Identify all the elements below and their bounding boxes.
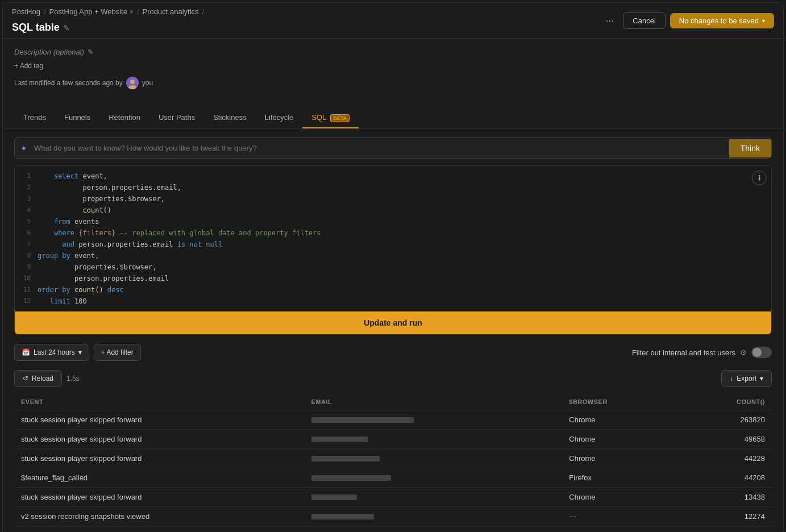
description-row: Description (optional) ✎ [14, 48, 772, 56]
code-line-6: 6 where {filters} -- replaced with globa… [15, 227, 771, 239]
count-cell: 12274 [691, 507, 772, 526]
tab-user-paths[interactable]: User Paths [149, 107, 204, 128]
email-bar-fill [311, 417, 414, 423]
reload-label: Reload [32, 375, 53, 383]
email-bar-fill [311, 475, 391, 481]
description-label: Description (optional) [14, 48, 84, 56]
calendar-icon: 📅 [22, 348, 30, 356]
email-bar-fill [311, 494, 357, 500]
code-line-5: 5 from events [15, 216, 771, 227]
table-row: stuck session player skipped forward Chr… [14, 449, 772, 468]
cancel-button[interactable]: Cancel [623, 13, 665, 29]
table-row: v2 session recording snapshots viewed — … [14, 507, 772, 526]
modified-row: Last modified a few seconds ago by you [14, 77, 772, 89]
tab-stickiness[interactable]: Stickiness [204, 107, 256, 128]
email-bar [311, 494, 556, 500]
email-cell [305, 410, 563, 430]
event-cell: stuck session player skipped forward [14, 449, 305, 468]
description-edit-icon[interactable]: ✎ [88, 48, 94, 56]
code-line-9: 9 properties.$browser, [15, 261, 771, 273]
code-info-button[interactable]: ℹ [752, 171, 767, 185]
table-body: stuck session player skipped forward Chr… [14, 410, 772, 526]
toggle-knob [752, 348, 762, 357]
svg-point-1 [130, 80, 135, 84]
think-button[interactable]: Think [729, 139, 771, 157]
breadcrumb: PostHog / PostHog App + Website ▾ / Prod… [12, 7, 206, 16]
email-cell [305, 430, 563, 449]
add-filter-button[interactable]: + Add filter [94, 344, 141, 361]
code-line-12: 12 limit 100 [15, 296, 771, 307]
tabs-row: Trends Funnels Retention User Paths Stic… [3, 107, 783, 128]
header: PostHog / PostHog App + Website ▾ / Prod… [3, 3, 783, 39]
event-cell: stuck session player skipped forward [14, 430, 305, 449]
export-chevron-icon: ▾ [760, 375, 763, 383]
reload-button[interactable]: ↺ Reload [14, 370, 62, 387]
tab-sql[interactable]: SQL BETA [302, 107, 359, 128]
breadcrumb-app[interactable]: PostHog App + Website [49, 7, 127, 16]
export-icon: ↓ [730, 375, 733, 383]
filters-row: 📅 Last 24 hours ▾ + Add filter Filter ou… [14, 344, 772, 361]
ai-prompt-row: ✦ Think [14, 138, 772, 159]
email-bar [311, 417, 556, 423]
page-title-row: SQL table ✎ [12, 22, 601, 34]
reload-icon: ↺ [23, 375, 28, 383]
table-row: stuck session player skipped forward Chr… [14, 430, 772, 449]
email-bar-fill [311, 514, 374, 519]
code-editor-container: 1 select event, 2 person.properties.emai… [14, 165, 772, 335]
tab-retention[interactable]: Retention [99, 107, 149, 128]
event-cell: stuck session player skipped forward [14, 488, 305, 507]
table-row: $feature_flag_called Firefox 44208 [14, 468, 772, 488]
col-email[interactable]: EMAIL [305, 394, 563, 410]
code-line-1: 1 select event, [15, 171, 771, 182]
data-table-container: EVENT EMAIL $BROWSER COUNT() stuck sessi… [14, 394, 772, 526]
modified-text: Last modified a few seconds ago by [14, 79, 123, 87]
browser-cell: Chrome [562, 488, 691, 507]
ai-sparkle-icon: ✦ [20, 144, 27, 153]
results-left: ↺ Reload 1.5s [14, 370, 80, 387]
page-title: SQL table [12, 22, 60, 34]
time-filter-chevron: ▾ [78, 348, 82, 356]
avatar [126, 77, 139, 89]
browser-cell: — [562, 507, 691, 526]
count-cell: 13438 [691, 488, 772, 507]
breadcrumb-posthog[interactable]: PostHog [12, 7, 40, 16]
code-editor[interactable]: 1 select event, 2 person.properties.emai… [15, 166, 771, 311]
breadcrumb-product[interactable]: Product analytics [143, 7, 199, 16]
code-editor-inner: 1 select event, 2 person.properties.emai… [15, 166, 771, 311]
browser-cell: Chrome [562, 430, 691, 449]
code-line-8: 8 group by event, [15, 250, 771, 261]
tab-lifecycle[interactable]: Lifecycle [256, 107, 303, 128]
code-line-11: 11 order by count() desc [15, 284, 771, 296]
table-row: stuck session player skipped forward Chr… [14, 488, 772, 507]
export-button[interactable]: ↓ Export ▾ [721, 370, 772, 387]
col-browser[interactable]: $BROWSER [562, 394, 691, 410]
filter-internal-toggle[interactable] [751, 347, 772, 358]
time-filter-button[interactable]: 📅 Last 24 hours ▾ [14, 344, 89, 361]
count-cell: 44208 [691, 468, 772, 488]
time-filter-label: Last 24 hours [34, 348, 75, 356]
code-line-4: 4 count() [15, 205, 771, 216]
add-tag-button[interactable]: + Add tag [14, 62, 43, 70]
count-cell: 263820 [691, 410, 772, 430]
email-cell [305, 507, 563, 526]
ai-prompt-input[interactable] [27, 138, 729, 158]
tab-funnels[interactable]: Funnels [55, 107, 99, 128]
col-event[interactable]: EVENT [14, 394, 305, 410]
browser-cell: Firefox [562, 468, 691, 488]
filter-settings-icon[interactable]: ⚙ [740, 348, 747, 357]
email-bar [311, 437, 556, 442]
filters-left: 📅 Last 24 hours ▾ + Add filter [14, 344, 141, 361]
filter-internal-label: Filter out internal and test users [632, 348, 735, 357]
save-button[interactable]: No changes to be saved ▾ [670, 13, 774, 28]
save-label: No changes to be saved [679, 16, 759, 25]
sql-beta-badge: BETA [330, 114, 350, 122]
data-table: EVENT EMAIL $BROWSER COUNT() stuck sessi… [14, 394, 772, 526]
more-options-button[interactable]: ··· [601, 13, 618, 29]
reload-time: 1.5s [66, 375, 80, 383]
edit-title-icon[interactable]: ✎ [63, 23, 70, 32]
code-line-2: 2 person.properties.email, [15, 182, 771, 193]
update-run-button[interactable]: Update and run [15, 311, 771, 334]
col-count[interactable]: COUNT() [691, 394, 772, 410]
event-cell: $feature_flag_called [14, 468, 305, 488]
tab-trends[interactable]: Trends [14, 107, 55, 128]
